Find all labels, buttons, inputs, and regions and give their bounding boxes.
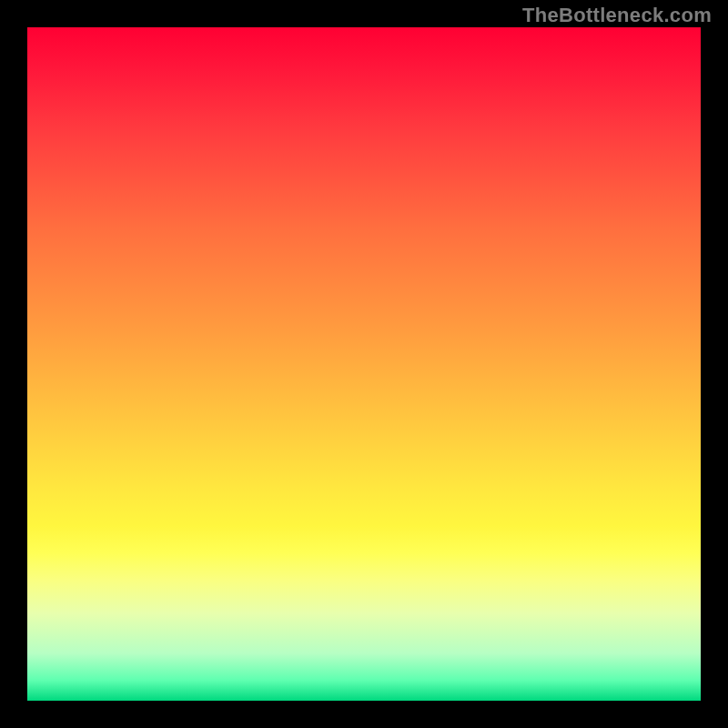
chart-frame: TheBottleneck.com — [0, 0, 728, 728]
attribution-text: TheBottleneck.com — [522, 4, 712, 27]
plot-area — [27, 27, 701, 701]
heat-gradient — [27, 27, 701, 701]
